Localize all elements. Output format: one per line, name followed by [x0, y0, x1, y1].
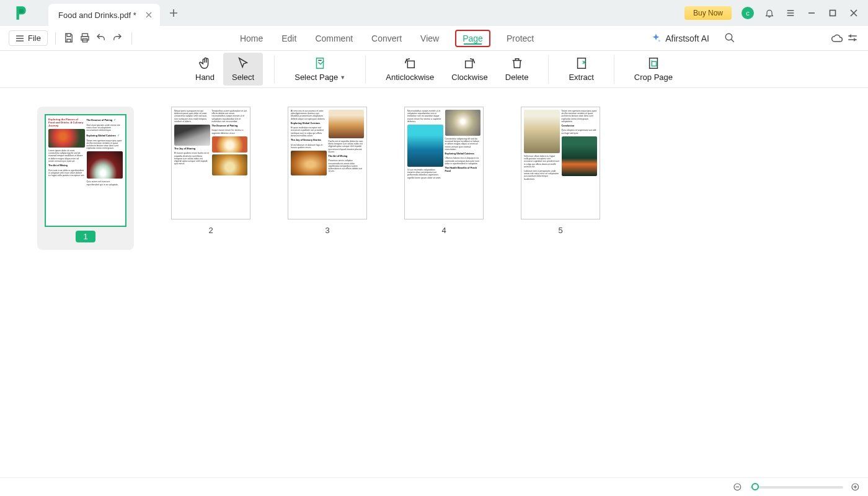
statusbar: [0, 477, 868, 496]
titlebar: Food and Drinks.pdf * Buy Now c: [0, 0, 868, 26]
menu-comment[interactable]: Comment: [312, 30, 355, 47]
maximize-icon[interactable]: [827, 7, 838, 19]
tool-hand[interactable]: Hand: [187, 53, 223, 86]
user-avatar[interactable]: c: [742, 7, 754, 19]
thumbnail-image: [48, 129, 85, 148]
thumbnail-image: [445, 110, 481, 136]
menu-convert[interactable]: Convert: [369, 30, 404, 47]
tool-delete[interactable]: Delete: [497, 53, 538, 86]
thumbnail-image: [524, 110, 560, 153]
cursor-icon: [236, 56, 250, 70]
file-menu-button[interactable]: File: [9, 30, 48, 46]
svg-point-4: [725, 33, 732, 40]
rotate-left-icon: [403, 56, 417, 70]
thumbnail-image: [407, 125, 443, 167]
document-tab-title: Food and Drinks.pdf *: [58, 11, 136, 20]
page-number: 2: [208, 226, 213, 235]
menu-home[interactable]: Home: [237, 30, 265, 47]
page-number: 5: [558, 226, 562, 235]
search-icon[interactable]: [724, 32, 737, 45]
menu-icon[interactable]: [785, 7, 796, 19]
cloud-icon[interactable]: [831, 32, 843, 45]
page-number: 1: [76, 231, 95, 242]
panel-toggle-icon[interactable]: [847, 32, 859, 45]
new-tab-button[interactable]: [165, 4, 182, 22]
chevron-down-icon: ▼: [340, 74, 345, 81]
minimize-icon[interactable]: [806, 7, 817, 19]
page-thumbnail-4[interactable]: Necessitatibus saepe eveniet ut et volup…: [404, 107, 484, 235]
redo-icon[interactable]: [112, 32, 124, 45]
zoom-out-icon[interactable]: [733, 482, 743, 492]
hand-icon: [198, 56, 212, 70]
crop-icon: [647, 56, 660, 70]
page-number: 4: [441, 226, 446, 235]
zoom-in-icon[interactable]: [851, 482, 861, 492]
menu-view[interactable]: View: [418, 30, 441, 47]
ai-button[interactable]: Afirstsoft AI: [650, 33, 709, 44]
tool-anticlockwise[interactable]: Anticlockwise: [377, 53, 443, 86]
menu-protect[interactable]: Protect: [504, 30, 536, 47]
svg-rect-7: [465, 61, 472, 68]
document-tab[interactable]: Food and Drinks.pdf *: [48, 4, 160, 26]
tool-crop[interactable]: Crop Page: [626, 53, 681, 86]
undo-icon[interactable]: [95, 32, 108, 45]
close-window-icon[interactable]: [848, 7, 859, 19]
select-page-icon: [313, 56, 327, 70]
page-thumbnail-5[interactable]: Velit esse cillum dolore eu fugiat nulla…: [521, 107, 600, 235]
thumbnail-image: [291, 151, 327, 175]
bell-icon[interactable]: [764, 7, 775, 19]
menu-page[interactable]: Page: [463, 33, 483, 43]
buy-now-button[interactable]: Buy Now: [684, 6, 732, 20]
tool-clockwise[interactable]: Clockwise: [443, 53, 497, 86]
page-thumbnail-area: Exploring the Flavors of Food and Drinks…: [0, 88, 868, 477]
save-icon[interactable]: [63, 32, 76, 45]
trash-icon: [510, 56, 524, 70]
thumbnail-image: [212, 136, 248, 153]
thumbnail-image: [562, 136, 598, 176]
menubar: File Home Edit Comment Convert View Page…: [0, 26, 868, 51]
app-logo: [11, 4, 30, 22]
tool-select-page[interactable]: Select Page▼: [286, 53, 354, 86]
page-number: 3: [325, 226, 329, 235]
page-thumbnail-3[interactable]: At vero eos et accusamus et iusto odio d…: [288, 107, 367, 235]
tool-extract[interactable]: Extract: [560, 53, 602, 86]
rotate-right-icon: [463, 56, 477, 70]
tool-select[interactable]: Select: [223, 53, 263, 86]
menu-page-highlight: Page: [455, 30, 490, 47]
thumbnail-image: [174, 125, 210, 146]
menu-edit[interactable]: Edit: [279, 30, 299, 47]
close-tab-icon[interactable]: [144, 10, 154, 20]
thumbnail-image: [212, 154, 248, 175]
thumbnail-image: [329, 110, 365, 138]
zoom-slider[interactable]: [750, 486, 843, 489]
svg-rect-0: [830, 11, 836, 16]
extract-icon: [575, 56, 588, 70]
page-thumbnail-2[interactable]: Neque porro quisquam est qui dolorem ips…: [171, 107, 250, 235]
svg-rect-6: [408, 61, 415, 68]
page-thumbnail-1[interactable]: Exploring the Flavors of Food and Drinks…: [37, 107, 134, 250]
page-toolbar: Hand Select Select Page▼ Anticlockwise C…: [0, 51, 868, 88]
zoom-slider-knob[interactable]: [751, 483, 759, 490]
thumbnail-image: [87, 151, 123, 179]
print-icon[interactable]: [79, 32, 92, 45]
